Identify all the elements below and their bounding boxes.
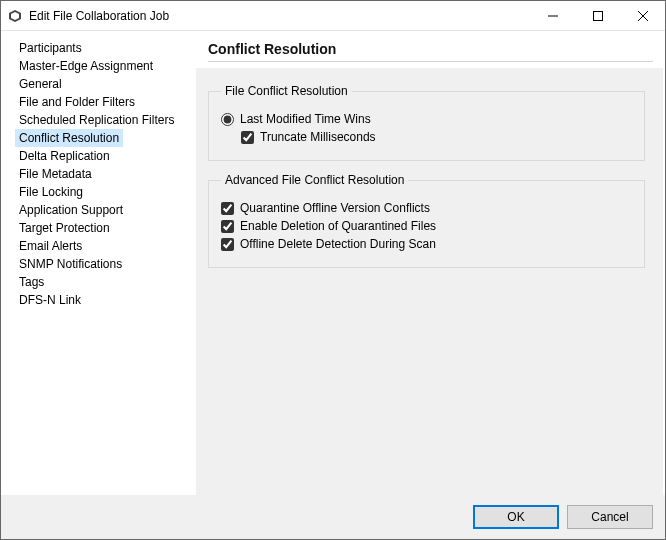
- main-header: Conflict Resolution: [196, 31, 665, 68]
- sidebar-item[interactable]: File and Folder Filters: [15, 93, 139, 111]
- radio-last-modified-input[interactable]: [221, 113, 234, 126]
- sidebar-item[interactable]: Email Alerts: [15, 237, 86, 255]
- group-legend: File Conflict Resolution: [221, 84, 352, 98]
- sidebar-item[interactable]: Tags: [15, 273, 48, 291]
- check-enable-delete[interactable]: Enable Deletion of Quarantined Files: [221, 219, 632, 233]
- sidebar-item[interactable]: File Metadata: [15, 165, 96, 183]
- sidebar-item[interactable]: Conflict Resolution: [15, 129, 123, 147]
- check-label: Quarantine Offline Version Conflicts: [240, 201, 430, 215]
- check-label: Enable Deletion of Quarantined Files: [240, 219, 436, 233]
- group-advanced-conflict: Advanced File Conflict Resolution Quaran…: [208, 173, 645, 268]
- sidebar-item[interactable]: Target Protection: [15, 219, 114, 237]
- main-content: File Conflict Resolution Last Modified T…: [196, 68, 663, 495]
- group-file-conflict: File Conflict Resolution Last Modified T…: [208, 84, 645, 161]
- window-controls: [530, 1, 665, 30]
- ok-button[interactable]: OK: [473, 505, 559, 529]
- sidebar-item[interactable]: DFS-N Link: [15, 291, 85, 309]
- page-title: Conflict Resolution: [208, 41, 653, 57]
- check-truncate-ms-input[interactable]: [241, 131, 254, 144]
- radio-label: Last Modified Time Wins: [240, 112, 371, 126]
- check-label: Offline Delete Detection During Scan: [240, 237, 436, 251]
- sidebar-item[interactable]: General: [15, 75, 66, 93]
- close-icon: [638, 11, 648, 21]
- main-panel: Conflict Resolution File Conflict Resolu…: [196, 31, 665, 495]
- minimize-icon: [548, 11, 558, 21]
- cancel-button[interactable]: Cancel: [567, 505, 653, 529]
- dialog-body: ParticipantsMaster-Edge AssignmentGenera…: [1, 31, 665, 495]
- check-quarantine-input[interactable]: [221, 202, 234, 215]
- window-title: Edit File Collaboration Job: [29, 9, 530, 23]
- close-button[interactable]: [620, 1, 665, 30]
- titlebar: Edit File Collaboration Job: [1, 1, 665, 31]
- sidebar-item[interactable]: Delta Replication: [15, 147, 114, 165]
- check-offline-detect-input[interactable]: [221, 238, 234, 251]
- sidebar-item[interactable]: File Locking: [15, 183, 87, 201]
- check-truncate-ms[interactable]: Truncate Milliseconds: [241, 130, 632, 144]
- sidebar-item[interactable]: Scheduled Replication Filters: [15, 111, 178, 129]
- maximize-icon: [593, 11, 603, 21]
- minimize-button[interactable]: [530, 1, 575, 30]
- check-offline-detect[interactable]: Offline Delete Detection During Scan: [221, 237, 632, 251]
- footer: OK Cancel: [1, 495, 665, 539]
- check-quarantine[interactable]: Quarantine Offline Version Conflicts: [221, 201, 632, 215]
- maximize-button[interactable]: [575, 1, 620, 30]
- radio-last-modified[interactable]: Last Modified Time Wins: [221, 112, 632, 126]
- check-enable-delete-input[interactable]: [221, 220, 234, 233]
- group-legend: Advanced File Conflict Resolution: [221, 173, 408, 187]
- check-label: Truncate Milliseconds: [260, 130, 376, 144]
- sidebar: ParticipantsMaster-Edge AssignmentGenera…: [1, 31, 196, 495]
- svg-rect-3: [593, 11, 602, 20]
- divider: [208, 61, 653, 62]
- dialog-window: Edit File Collaboration Job Participants…: [0, 0, 666, 540]
- sidebar-item[interactable]: Participants: [15, 39, 86, 57]
- sidebar-item[interactable]: SNMP Notifications: [15, 255, 126, 273]
- app-icon: [7, 8, 23, 24]
- sidebar-item[interactable]: Master-Edge Assignment: [15, 57, 157, 75]
- sidebar-item[interactable]: Application Support: [15, 201, 127, 219]
